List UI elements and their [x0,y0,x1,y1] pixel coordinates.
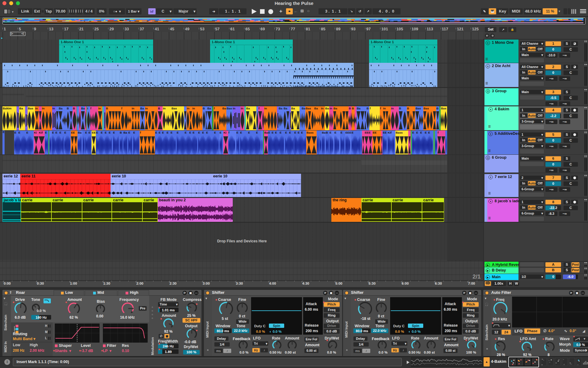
svg-text:Bas: Bas [416,107,421,110]
svg-text:Ba: Ba [334,107,337,110]
svg-text:E: E [294,131,296,134]
svg-text:E: E [256,131,258,134]
svg-text:E: E [59,131,61,134]
svg-text:EEE: EEE [365,131,371,134]
svg-text:Ba: Ba [291,107,295,110]
svg-text:E: E [198,131,200,134]
svg-text:E: E [167,131,168,134]
svg-text:Ba: Ba [302,107,306,110]
svg-text:In: In [391,107,394,110]
svg-text:In: In [145,107,148,110]
svg-text:B: B [326,131,328,134]
svg-text:Ki: Ki [224,131,227,134]
svg-text:Ba: Ba [140,107,144,110]
svg-text:Ba: Ba [322,131,326,134]
svg-text:Ba: Ba [284,107,288,110]
svg-text:B: B [436,107,439,110]
svg-text:E: E [425,131,427,134]
svg-text:E: E [89,131,90,134]
svg-text:B: B [120,131,122,134]
svg-text:EE: EE [92,131,96,134]
svg-text:E: E [301,131,303,134]
svg-text:B: B [106,107,108,110]
svg-text:In: In [241,107,243,110]
svg-text:E: E [171,131,172,134]
svg-text:In: In [187,107,190,110]
svg-text:B: B [399,107,401,110]
svg-text:E: E [109,131,111,134]
svg-text:In: In [321,107,324,110]
svg-text:Ba: Ba [314,107,318,110]
svg-text:Ba: Ba [19,107,23,110]
svg-text:EEE: EEE [345,131,351,134]
svg-text:Bas: Bas [172,107,177,110]
svg-text:E: E [352,131,353,134]
svg-text:E: E [220,131,221,134]
svg-text:Ba: Ba [246,107,250,110]
svg-text:In: In [330,107,332,110]
svg-text:E: E [159,131,160,134]
svg-text:E: E [128,131,130,134]
svg-text:E: E [268,131,270,134]
svg-text:Bas: Bas [227,107,232,110]
svg-text:Ba: Ba [81,107,85,110]
svg-text:I: I [87,107,88,110]
svg-text:Ba: Ba [325,107,329,110]
svg-text:E: E [105,131,107,134]
svg-text:E: E [285,131,287,134]
svg-text:Ba: Ba [59,107,63,110]
svg-text:E: E [26,131,28,134]
svg-text:In: In [264,107,267,110]
svg-text:B: B [158,107,160,110]
svg-text:E: E [240,131,242,134]
svg-text:E: E [214,131,216,134]
svg-text:B: B [203,107,205,110]
svg-text:E: E [55,131,57,134]
svg-text:In: In [35,107,38,110]
svg-text:E: E [416,131,418,134]
svg-text:Kif: Kif [388,131,392,134]
svg-text:E: E [45,131,47,134]
svg-text:Ba: Ba [78,131,82,134]
svg-text:In: In [383,107,386,110]
svg-text:Ba: Ba [279,107,283,110]
svg-text:EE: EE [373,131,377,134]
svg-text:B: B [73,107,75,110]
svg-text:E: E [177,131,179,134]
svg-text:In: In [42,107,45,110]
svg-text:Ba: Ba [123,131,127,134]
svg-text:E: E [298,131,300,134]
svg-text:E: E [162,131,164,134]
svg-text:Bas: Bas [424,107,429,110]
svg-text:B: B [352,107,354,110]
svg-text:Bas: Bas [306,107,311,110]
svg-text:E: E [275,131,277,134]
svg-text:E: E [155,131,157,134]
svg-text:B: B [67,107,69,110]
svg-text:Ki: Ki [34,131,37,134]
svg-text:E: E [18,131,20,134]
svg-text:In: In [233,107,236,110]
svg-text:E: E [96,131,98,134]
svg-text:E: E [248,131,250,134]
svg-text:Bass: Bass [307,131,314,134]
svg-text:Ba: Ba [264,131,268,134]
svg-text:In: In [52,107,55,110]
svg-text:E: E [428,131,430,134]
svg-text:E: E [334,131,336,134]
svg-text:E: E [64,131,66,134]
svg-text:Ba: Ba [207,107,211,110]
svg-text:E: E [189,131,191,134]
svg-text:E: E [202,131,204,134]
svg-text:In: In [163,107,166,110]
svg-text:EE: EE [383,131,387,134]
svg-text:E: E [101,131,103,134]
svg-text:B: B [407,107,409,110]
svg-text:E: E [206,131,208,134]
svg-text:E: E [236,131,238,134]
svg-text:Bakim: Bakim [3,107,12,110]
svg-text:E: E [412,131,414,134]
svg-text:Ba: Ba [222,107,226,110]
svg-text:In: In [98,107,101,110]
svg-text:E: E [133,131,135,134]
